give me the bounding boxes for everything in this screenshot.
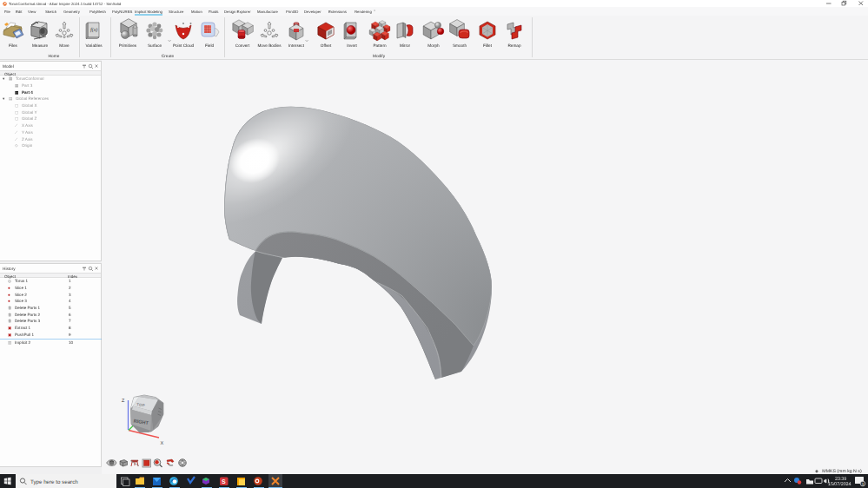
svg-text:Z: Z	[122, 399, 125, 404]
svg-text:Type here to search: Type here to search	[30, 479, 78, 485]
svg-text:f(x): f(x)	[90, 27, 97, 33]
svg-text:X: X	[161, 441, 164, 446]
svg-text:S: S	[222, 479, 226, 485]
